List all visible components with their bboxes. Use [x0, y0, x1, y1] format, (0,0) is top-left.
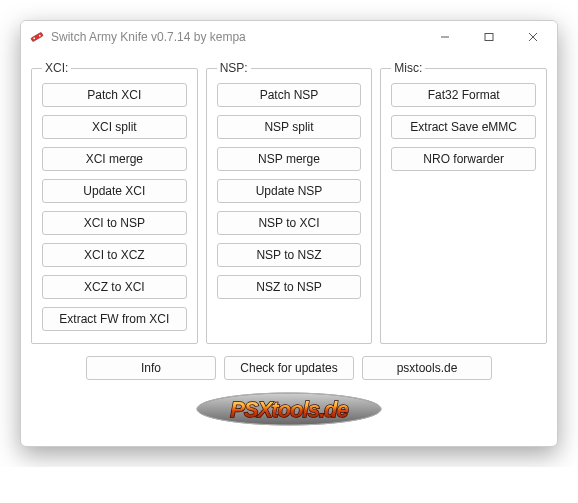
footer-buttons: Info Check for updates psxtools.de: [31, 356, 547, 380]
xci-to-xcz-button[interactable]: XCI to XCZ: [42, 243, 187, 267]
minimize-button[interactable]: [423, 22, 467, 52]
psxtools-link-button[interactable]: psxtools.de: [362, 356, 492, 380]
nsp-to-xci-button[interactable]: NSP to XCI: [217, 211, 362, 235]
svg-point-3: [39, 35, 41, 37]
svg-point-2: [33, 37, 35, 39]
fat32-format-button[interactable]: Fat32 Format: [391, 83, 536, 107]
group-misc-legend: Misc:: [391, 61, 425, 75]
titlebar: Switch Army Knife v0.7.14 by kempa: [21, 21, 557, 53]
info-button[interactable]: Info: [86, 356, 216, 380]
columns: XCI: Patch XCI XCI split XCI merge Updat…: [31, 61, 547, 344]
group-xci-legend: XCI:: [42, 61, 71, 75]
close-button[interactable]: [511, 22, 555, 52]
nsp-merge-button[interactable]: NSP merge: [217, 147, 362, 171]
xci-split-button[interactable]: XCI split: [42, 115, 187, 139]
app-window: Switch Army Knife v0.7.14 by kempa XCI: …: [20, 20, 558, 447]
svg-rect-5: [485, 34, 493, 41]
extract-save-emmc-button[interactable]: Extract Save eMMC: [391, 115, 536, 139]
update-nsp-button[interactable]: Update NSP: [217, 179, 362, 203]
xcz-to-xci-button[interactable]: XCZ to XCI: [42, 275, 187, 299]
xci-to-nsp-button[interactable]: XCI to NSP: [42, 211, 187, 235]
nsp-split-button[interactable]: NSP split: [217, 115, 362, 139]
app-icon: [29, 29, 45, 45]
psxtools-logo: PSXtools.de: [189, 386, 389, 432]
nsp-to-nsz-button[interactable]: NSP to NSZ: [217, 243, 362, 267]
maximize-button[interactable]: [467, 22, 511, 52]
content-area: XCI: Patch XCI XCI split XCI merge Updat…: [21, 53, 557, 446]
xci-merge-button[interactable]: XCI merge: [42, 147, 187, 171]
extract-fw-from-xci-button[interactable]: Extract FW from XCI: [42, 307, 187, 331]
nsz-to-nsp-button[interactable]: NSZ to NSP: [217, 275, 362, 299]
group-nsp-legend: NSP:: [217, 61, 251, 75]
svg-text:PSXtools.de: PSXtools.de: [230, 397, 348, 422]
group-misc: Misc: Fat32 Format Extract Save eMMC NRO…: [380, 61, 547, 344]
group-nsp: NSP: Patch NSP NSP split NSP merge Updat…: [206, 61, 373, 344]
check-updates-button[interactable]: Check for updates: [224, 356, 354, 380]
logo-wrap: PSXtools.de: [31, 386, 547, 432]
group-xci: XCI: Patch XCI XCI split XCI merge Updat…: [31, 61, 198, 344]
nro-forwarder-button[interactable]: NRO forwarder: [391, 147, 536, 171]
update-xci-button[interactable]: Update XCI: [42, 179, 187, 203]
window-title: Switch Army Knife v0.7.14 by kempa: [51, 30, 423, 44]
patch-xci-button[interactable]: Patch XCI: [42, 83, 187, 107]
patch-nsp-button[interactable]: Patch NSP: [217, 83, 362, 107]
